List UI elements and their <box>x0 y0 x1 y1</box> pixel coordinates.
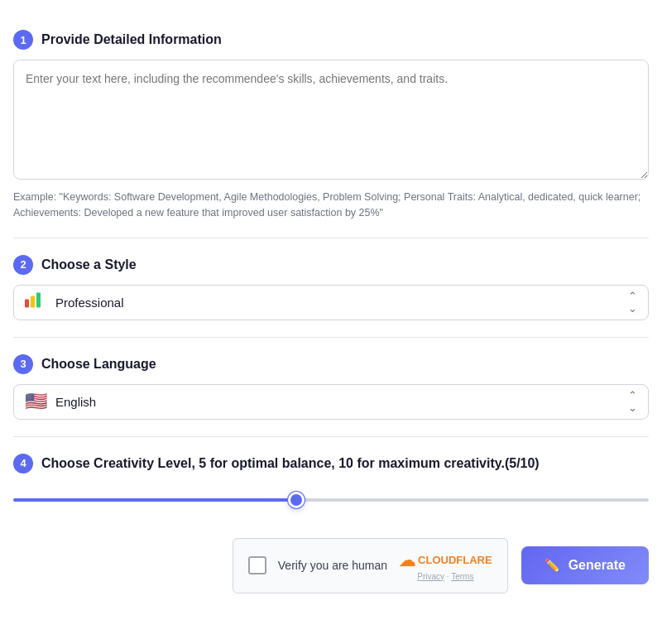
section-4-number: 4 <box>13 454 33 473</box>
section-4-title: Choose Creativity Level, 5 for optimal b… <box>41 456 540 471</box>
section-3-title: Choose Language <box>41 357 156 372</box>
section-1-number: 1 <box>13 30 33 50</box>
language-select-wrapper: 🇺🇸 English Spanish French German ⌃⌄ <box>13 384 649 420</box>
divider-3 <box>13 436 649 437</box>
cloudflare-links: Privacy · Terms <box>399 572 492 581</box>
style-select-wrapper: Professional Casual Formal Creative ⌃⌄ <box>13 285 649 320</box>
section-3: 3 Choose Language 🇺🇸 English Spanish Fre… <box>13 354 649 420</box>
section-1-title: Provide Detailed Information <box>41 32 222 47</box>
section-2-title: Choose a Style <box>41 257 137 272</box>
generate-button-label: Generate <box>568 558 626 573</box>
divider-2 <box>13 337 649 338</box>
example-text: Example: "Keywords: Software Development… <box>13 190 649 221</box>
section-3-number: 3 <box>13 354 33 374</box>
verify-human-label: Verify you are human <box>278 559 387 572</box>
cloudflare-cloud-icon: ☁ <box>399 550 415 570</box>
generate-icon: ✏️ <box>544 558 560 573</box>
bottom-section: Verify you are human ☁ CLOUDFLARE Privac… <box>13 538 649 607</box>
example-content: "Keywords: Software Development, Agile M… <box>13 191 640 219</box>
terms-link[interactable]: Terms <box>451 572 473 581</box>
section-4: 4 Choose Creativity Level, 5 for optimal… <box>13 454 649 515</box>
section-1-header: 1 Provide Detailed Information <box>13 30 649 50</box>
cloudflare-widget: Verify you are human ☁ CLOUDFLARE Privac… <box>233 538 508 594</box>
cloudflare-brand-name: CLOUDFLARE <box>418 554 492 566</box>
style-select[interactable]: Professional Casual Formal Creative <box>13 285 649 320</box>
divider-1 <box>13 238 649 238</box>
link-separator: · <box>447 572 449 581</box>
section-2-number: 2 <box>13 255 33 275</box>
example-label: Example: <box>13 191 56 203</box>
creativity-slider-container <box>13 483 649 515</box>
details-textarea[interactable] <box>13 60 649 180</box>
human-verify-checkbox[interactable] <box>248 556 266 574</box>
cloudflare-brand: ☁ CLOUDFLARE Privacy · Terms <box>399 550 492 581</box>
generate-button[interactable]: ✏️ Generate <box>521 546 649 584</box>
language-select[interactable]: English Spanish French German <box>13 384 649 420</box>
section-2-header: 2 Choose a Style <box>13 255 649 275</box>
cloudflare-logo: ☁ CLOUDFLARE <box>399 550 492 570</box>
privacy-link[interactable]: Privacy <box>417 572 444 581</box>
section-3-header: 3 Choose Language <box>13 354 649 374</box>
creativity-slider[interactable] <box>13 498 649 502</box>
section-1: 1 Provide Detailed Information Example: … <box>13 30 649 221</box>
section-4-header: 4 Choose Creativity Level, 5 for optimal… <box>13 454 649 473</box>
section-2: 2 Choose a Style Professional Casual For… <box>13 255 649 320</box>
